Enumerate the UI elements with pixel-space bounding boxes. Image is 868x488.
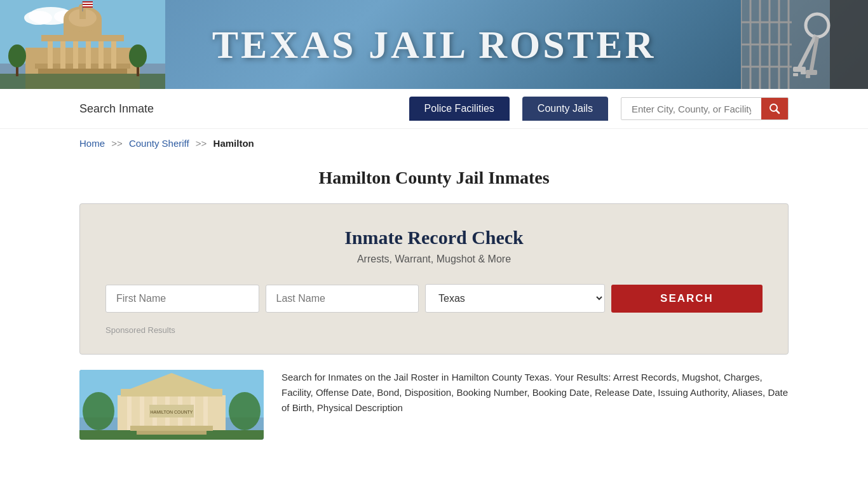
svg-rect-23 xyxy=(83,5,93,6)
svg-point-52 xyxy=(83,392,114,430)
svg-point-28 xyxy=(129,44,147,67)
police-facilities-button[interactable]: Police Facilities xyxy=(409,97,510,121)
county-jails-button[interactable]: County Jails xyxy=(522,97,608,121)
building-svg: HAMILTON COUNTY xyxy=(79,370,264,440)
bottom-section: HAMILTON COUNTY Search for Inmates on th… xyxy=(0,370,868,440)
svg-rect-62 xyxy=(121,389,222,396)
svg-rect-12 xyxy=(98,38,104,69)
facility-search-container xyxy=(621,97,789,120)
svg-rect-33 xyxy=(793,67,806,72)
breadcrumb: Home >> County Sheriff >> Hamilton xyxy=(0,129,868,158)
page-title: Hamilton County Jail Inmates xyxy=(0,168,868,188)
search-inmate-label: Search Inmate xyxy=(79,102,154,116)
svg-rect-37 xyxy=(806,70,817,75)
svg-rect-11 xyxy=(86,38,91,69)
hamilton-county-image: HAMILTON COUNTY xyxy=(79,370,264,440)
svg-rect-66 xyxy=(137,431,207,435)
svg-rect-9 xyxy=(60,38,65,69)
svg-text:HAMILTON COUNTY: HAMILTON COUNTY xyxy=(150,410,193,414)
svg-point-3 xyxy=(24,11,52,25)
breadcrumb-separator-2: >> xyxy=(196,138,207,149)
search-icon xyxy=(769,103,780,114)
svg-rect-30 xyxy=(830,0,868,89)
navbar: Search Inmate Police Facilities County J… xyxy=(0,89,868,129)
svg-rect-65 xyxy=(130,426,213,431)
state-select[interactable]: Texas Alabama Alaska Arizona Arkansas Ca… xyxy=(425,284,605,313)
record-check-title: Inmate Record Check xyxy=(105,227,763,248)
breadcrumb-county-sheriff[interactable]: County Sheriff xyxy=(129,138,189,149)
svg-rect-8 xyxy=(48,38,53,69)
record-search-row: Texas Alabama Alaska Arizona Arkansas Ca… xyxy=(105,284,763,313)
svg-line-49 xyxy=(776,111,780,114)
facility-search-input[interactable] xyxy=(621,98,761,119)
svg-rect-34 xyxy=(793,73,798,76)
svg-point-26 xyxy=(8,44,26,67)
record-search-button[interactable]: SEARCH xyxy=(611,285,763,313)
page-title-container: Hamilton County Jail Inmates xyxy=(0,158,868,203)
breadcrumb-current: Hamilton xyxy=(214,138,254,149)
svg-rect-35 xyxy=(801,71,806,74)
last-name-input[interactable] xyxy=(266,285,419,313)
record-check-subtitle: Arrests, Warrant, Mugshot & More xyxy=(105,254,763,265)
svg-rect-7 xyxy=(38,69,127,74)
first-name-input[interactable] xyxy=(105,285,259,313)
svg-rect-38 xyxy=(806,75,810,78)
record-check-box: Inmate Record Check Arrests, Warrant, Mu… xyxy=(79,203,789,355)
svg-point-53 xyxy=(229,392,261,430)
svg-rect-21 xyxy=(83,1,93,8)
capitol-image xyxy=(0,0,165,89)
breadcrumb-home[interactable]: Home xyxy=(79,138,105,149)
sponsored-results-label: Sponsored Results xyxy=(105,325,763,335)
banner-title: Texas Jail Roster xyxy=(212,22,656,67)
keys-image xyxy=(741,0,868,89)
svg-rect-13 xyxy=(111,38,116,69)
header-banner: Texas Jail Roster xyxy=(0,0,868,89)
breadcrumb-separator-1: >> xyxy=(111,138,123,149)
svg-rect-22 xyxy=(83,3,93,4)
svg-rect-10 xyxy=(73,38,78,69)
facility-search-button[interactable] xyxy=(761,98,788,119)
svg-rect-24 xyxy=(0,74,165,89)
bottom-description: Search for Inmates on the Jail Roster in… xyxy=(281,370,789,440)
